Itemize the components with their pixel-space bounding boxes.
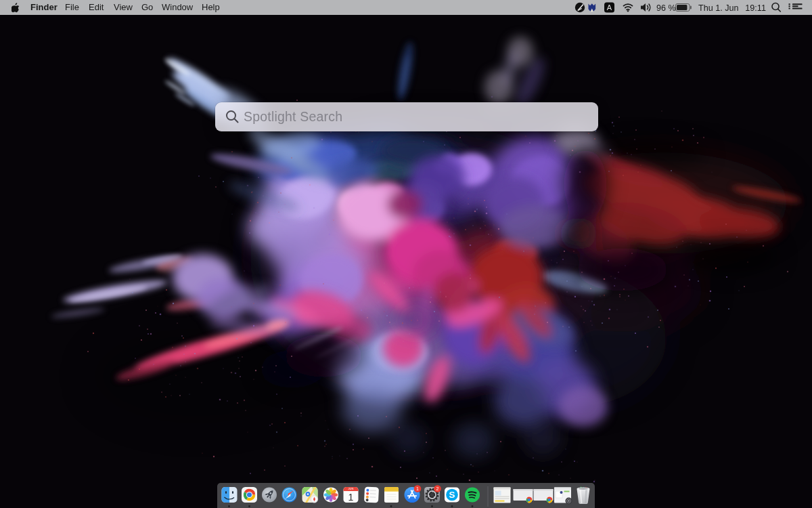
svg-text:A: A — [607, 3, 612, 12]
svg-text:2: 2 — [436, 486, 439, 491]
svg-text:JUN: JUN — [348, 487, 354, 490]
svg-text:1: 1 — [416, 486, 419, 491]
svg-text:1: 1 — [348, 492, 354, 503]
svg-text:Thu 1. Jun 19:11: Thu 1. Jun 19:11 — [698, 3, 766, 13]
svg-text:96 %: 96 % — [656, 3, 676, 13]
svg-text:S: S — [449, 490, 455, 500]
